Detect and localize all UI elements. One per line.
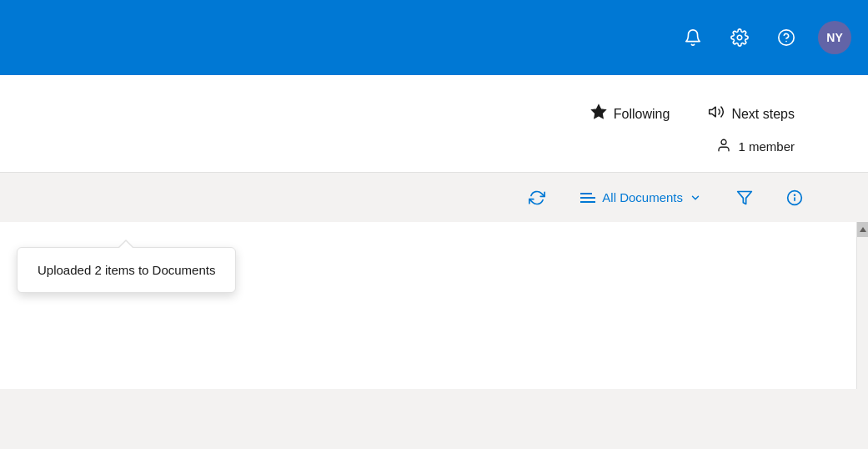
- svg-marker-10: [860, 227, 866, 232]
- next-steps-button[interactable]: Next steps: [701, 100, 801, 128]
- following-button[interactable]: Following: [584, 100, 677, 128]
- member-count-label: 1 member: [738, 139, 795, 154]
- action-row: Following Next steps: [584, 100, 801, 128]
- person-icon: [716, 138, 731, 155]
- view-label: All Documents: [602, 190, 683, 204]
- following-label: Following: [614, 107, 670, 122]
- svg-marker-4: [710, 107, 716, 117]
- command-bar: All Documents: [0, 172, 868, 222]
- svg-point-0: [737, 35, 742, 40]
- main-area: Uploaded 2 items to Documents: [0, 222, 868, 389]
- svg-marker-6: [738, 191, 752, 204]
- next-steps-label: Next steps: [731, 107, 795, 122]
- scrollbar-up-button[interactable]: [857, 222, 869, 237]
- content-area: Following Next steps 1 member: [0, 75, 868, 172]
- header-bar: NY: [0, 0, 868, 75]
- svg-point-1: [779, 30, 794, 45]
- star-icon: [590, 103, 607, 124]
- svg-marker-3: [591, 105, 605, 119]
- notification-bubble: Uploaded 2 items to Documents: [17, 247, 236, 293]
- help-icon[interactable]: [771, 23, 801, 53]
- avatar[interactable]: NY: [818, 21, 851, 54]
- member-row: 1 member: [716, 138, 801, 155]
- notification-message: Uploaded 2 items to Documents: [38, 263, 215, 277]
- refresh-button[interactable]: [522, 183, 552, 213]
- megaphone-icon: [708, 103, 725, 124]
- filter-button[interactable]: [730, 183, 760, 213]
- info-button[interactable]: [780, 183, 810, 213]
- lines-icon: [580, 193, 595, 203]
- view-selector[interactable]: All Documents: [572, 185, 710, 209]
- settings-icon[interactable]: [725, 23, 755, 53]
- svg-point-5: [721, 139, 726, 144]
- scrollbar-track[interactable]: [856, 222, 868, 389]
- bell-icon[interactable]: [678, 23, 708, 53]
- chevron-down-icon: [690, 192, 701, 204]
